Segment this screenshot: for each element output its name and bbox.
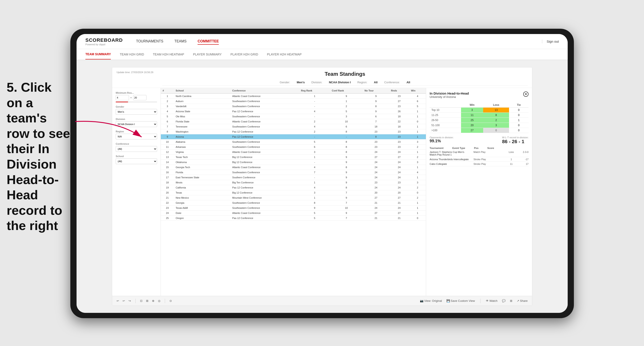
table-row[interactable]: 11 Arkansas Southeastern Conference 6 8 … <box>161 145 426 150</box>
table-row[interactable]: 10 Alabama Southeastern Conference 5 8 2… <box>161 139 426 145</box>
table-row[interactable]: 9 Arizona Pac-12 Conference - - 8 23 1 <box>161 134 426 139</box>
table-row[interactable]: 16 Florida Southeastern Conference 7 9 2… <box>161 170 426 175</box>
h2h-close-button[interactable]: ✕ <box>523 91 528 97</box>
table-row[interactable]: 5 Ole Miss Southeastern Conference - 3 6… <box>161 114 426 119</box>
table-row[interactable]: 23 Texas A&M Southeastern Conference 9 1… <box>161 205 426 210</box>
subnav-player-h2h-heatmap[interactable]: PLAYER H2H HEATMAP <box>267 49 302 59</box>
min-rounds-section: Minimum Rou... – <box>116 91 157 102</box>
view-original-button[interactable]: 📷 View: Original <box>420 299 442 303</box>
watch-button[interactable]: 👁 Watch <box>486 299 498 303</box>
nav-tournaments[interactable]: TOURNAMENTS <box>136 38 163 45</box>
undo2-button[interactable]: ↩ <box>122 299 125 303</box>
subnav-team-h2h-grid[interactable]: TEAM H2H GRID <box>120 49 144 59</box>
share-button[interactable]: ↗ Share <box>517 299 528 303</box>
table-row[interactable]: 25 Oregon Pac-12 Conference 5 7 21 21 0 <box>161 216 426 221</box>
table-row[interactable]: 2 Auburn Southeastern Conference - 1 9 2… <box>161 99 426 104</box>
slider-track <box>116 102 157 102</box>
dashboard-card: Update time: 27/03/2024 16:56:26 Team St… <box>112 67 532 306</box>
table-row[interactable]: 17 East Tennessee State Southern Confere… <box>161 175 426 180</box>
table-row[interactable]: 12 Virginia Atlantic Coast Conference 3 … <box>161 150 426 155</box>
h2h-win: 11 <box>461 113 484 118</box>
cell-rnds: 24 <box>389 205 409 210</box>
subnav-player-summary[interactable]: PLAYER SUMMARY <box>193 49 222 59</box>
tablet-screen: SCOREBOARD Powered by clippd TOURNAMENTS… <box>76 34 568 313</box>
grid-button[interactable]: ⊞ <box>510 299 512 303</box>
division-select[interactable]: NCAA Division I <box>116 121 157 127</box>
region-filter-label: Region <box>116 130 157 133</box>
conference-label: Conference: <box>384 81 400 84</box>
cell-school: Arkansas <box>174 145 230 150</box>
cell-tour: 24 <box>363 165 389 170</box>
cell-crank: 9 <box>330 210 363 216</box>
cell-conf: Atlantic Coast Conference <box>230 165 299 170</box>
tournament-row-2: Arizona Thunderbirds Intercollegiate Str… <box>430 158 528 162</box>
tool-icon-2[interactable]: ⊞ <box>146 299 148 303</box>
min-rounds-min-input[interactable] <box>116 95 129 100</box>
conference-filter-section: Conference (All) <box>116 143 157 152</box>
table-row[interactable]: 24 Duke Atlantic Coast Conference 5 9 27… <box>161 210 426 216</box>
cell-crank: 7 <box>330 216 363 221</box>
cell-crank: 8 <box>330 185 363 190</box>
table-row[interactable]: 15 Georgia Tech Atlantic Coast Conferenc… <box>161 165 426 170</box>
min-rounds-max-input[interactable] <box>133 95 146 100</box>
cell-win: 1 <box>409 175 426 180</box>
school-select[interactable]: (All) <box>116 159 157 164</box>
cell-num: 16 <box>161 170 174 175</box>
cell-school: Alabama <box>174 139 230 145</box>
subnav-player-h2h-grid[interactable]: PLAYER H2H GRID <box>230 49 258 59</box>
table-row[interactable]: 1 North Carolina Atlantic Coast Conferen… <box>161 93 426 99</box>
cell-crank: - <box>330 134 363 139</box>
cell-num: 5 <box>161 114 174 119</box>
cell-school: Texas <box>174 190 230 195</box>
table-row[interactable]: 22 Georgia Southeastern Conference 8 7 2… <box>161 200 426 205</box>
table-row[interactable]: 4 Arizona State Pac-12 Conference 4 5 9 … <box>161 109 426 114</box>
clock-icon[interactable]: ⊙ <box>170 299 172 303</box>
cell-reg: 1 <box>299 155 330 160</box>
table-row[interactable]: 13 Texas Tech Big 12 Conference 1 9 27 2… <box>161 155 426 160</box>
table-row[interactable]: 8 Washington Pac-12 Conference 2 8 23 23… <box>161 129 426 134</box>
table-row[interactable]: 20 Texas Big 12 Conference 3 7 20 20 0 <box>161 190 426 195</box>
sign-out-button[interactable]: Sign out <box>542 39 559 43</box>
table-row[interactable]: 7 Tennessee Southeastern Conference 4 6 … <box>161 124 426 129</box>
cell-win: 3 <box>409 139 426 145</box>
cell-rnds: 24 <box>389 160 409 165</box>
subnav-team-h2h-heatmap[interactable]: TEAM H2H HEATMAP <box>153 49 184 59</box>
table-row[interactable]: 3 Vanderbilt Southeastern Conference - 2… <box>161 104 426 109</box>
tool-icon-4[interactable]: ◎ <box>158 299 160 303</box>
cell-num: 6 <box>161 119 174 124</box>
table-row[interactable]: 21 New Mexico Mountain West Conference 1… <box>161 195 426 200</box>
nav-teams[interactable]: TEAMS <box>174 38 186 45</box>
cell-conf: Southeastern Conference <box>230 145 299 150</box>
table-row[interactable]: 14 Oklahoma Big 12 Conference - 9 24 24 … <box>161 160 426 165</box>
cell-conf: Pac-12 Conference <box>230 185 299 190</box>
cell-num: 22 <box>161 200 174 205</box>
cell-rnds: 22 <box>389 119 409 124</box>
cell-conf: Mountain West Conference <box>230 195 299 200</box>
cell-reg: - <box>299 104 330 109</box>
save-custom-button[interactable]: 💾 Save Custom View <box>446 299 475 303</box>
cell-win: 2 <box>409 195 426 200</box>
h2h-range: >100 <box>430 128 461 133</box>
cell-rnds: 27 <box>389 155 409 160</box>
nav-committee[interactable]: COMMITTEE <box>198 38 219 45</box>
cell-conf: Big 12 Conference <box>230 155 299 160</box>
card-header: Update time: 27/03/2024 16:56:26 Team St… <box>112 67 532 88</box>
h2h-team: University of Arizona <box>430 95 469 99</box>
conference-select[interactable]: (All) <box>116 146 157 152</box>
subnav-team-summary[interactable]: TEAM SUMMARY <box>86 49 111 59</box>
tool-icon-1[interactable]: ⊡ <box>140 299 142 303</box>
undo-button[interactable]: ↩ <box>116 299 119 303</box>
cell-num: 24 <box>161 210 174 216</box>
redo-button[interactable]: ↪ <box>128 299 131 303</box>
tool-icon-3[interactable]: ⊕ <box>152 299 154 303</box>
cell-num: 25 <box>161 216 174 221</box>
chat-button[interactable]: 💬 <box>502 299 506 303</box>
cell-tour: 27 <box>363 210 389 216</box>
cell-tour: 23 <box>363 139 389 145</box>
gender-select[interactable]: Men's Women's <box>116 109 157 115</box>
table-row[interactable]: 18 Illinois Big Ten Conference 1 9 23 23… <box>161 180 426 185</box>
table-row[interactable]: 19 California Pac-12 Conference 4 8 24 2… <box>161 185 426 190</box>
cell-tour: 24 <box>363 175 389 180</box>
table-row[interactable]: 6 Florida State Atlantic Coast Conferenc… <box>161 119 426 124</box>
region-select[interactable]: N/A <box>116 134 157 139</box>
